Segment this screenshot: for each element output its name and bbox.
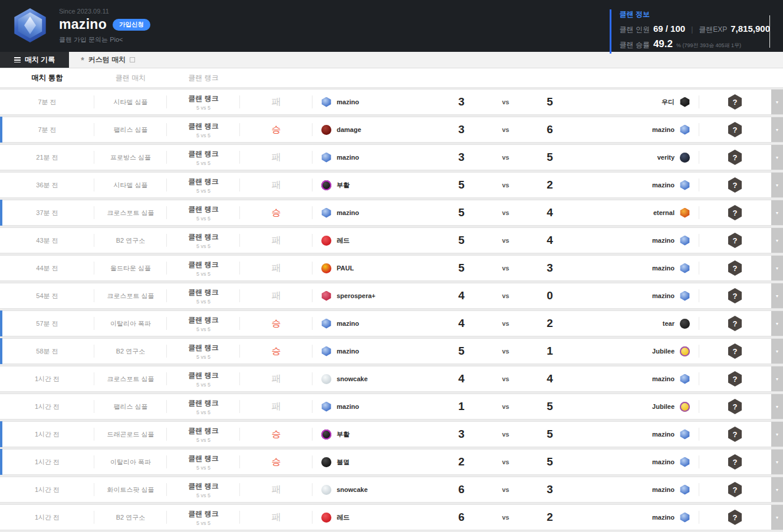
expand-button[interactable]: ▼ xyxy=(771,394,783,419)
match-row[interactable]: 1시간 전 크로스포트 심플 클랜 랭크 5 vs 5 패 snowcake 4… xyxy=(0,366,783,392)
expand-button[interactable]: ▼ xyxy=(771,228,783,253)
match-row[interactable]: 21분 전 프로방스 심플 클랜 랭크 5 vs 5 패 mazino 3 vs… xyxy=(0,144,783,170)
match-result: 패 xyxy=(240,145,312,170)
match-map: 프로방스 심플 xyxy=(94,145,167,170)
team-right: mazino xyxy=(572,117,699,142)
match-row[interactable]: 1시간 전 이탈리아 폭파 클랜 랭크 5 vs 5 승 불멸 2 vs 5 m… xyxy=(0,449,783,475)
team-left-icon xyxy=(321,125,331,135)
expand-button[interactable]: ▼ xyxy=(771,505,783,530)
team-left: 레드 xyxy=(312,228,439,253)
match-row[interactable]: 1시간 전 드래곤로드 심플 클랜 랭크 5 vs 5 승 부활 3 vs 5 … xyxy=(0,421,783,447)
winrate-label: 클랜 승률 xyxy=(620,40,650,50)
match-detail-badge[interactable]: ? xyxy=(699,228,771,253)
match-map: 시타델 심플 xyxy=(94,90,167,114)
match-detail-badge[interactable]: ? xyxy=(699,90,771,114)
team-right-icon xyxy=(680,97,690,107)
team-left: mazino xyxy=(312,339,439,364)
match-row[interactable]: 54분 전 크로스포트 심플 클랜 랭크 5 vs 5 패 sperospera… xyxy=(0,283,783,309)
match-mode: 클랜 랭크 5 vs 5 xyxy=(167,366,240,391)
match-row[interactable]: 1시간 전 팰리스 심플 클랜 랭크 5 vs 5 패 mazino 1 vs … xyxy=(0,394,783,419)
expand-button[interactable]: ▼ xyxy=(771,200,783,225)
match-mode: 클랜 랭크 5 vs 5 xyxy=(167,450,240,474)
match-mode-name: 클랜 랭크 xyxy=(188,426,218,436)
chevron-down-icon: ▼ xyxy=(775,211,779,215)
match-detail-badge[interactable]: ? xyxy=(699,394,771,419)
match-result: 패 xyxy=(240,477,312,502)
match-detail-badge[interactable]: ? xyxy=(699,477,771,502)
match-detail-badge[interactable]: ? xyxy=(699,505,771,530)
expand-button[interactable]: ▼ xyxy=(771,477,783,502)
chevron-down-icon: ▼ xyxy=(775,516,779,520)
match-mode-size: 5 vs 5 xyxy=(196,493,210,498)
join-request-badge[interactable]: 가입신청 xyxy=(113,19,150,31)
team-left: 불멸 xyxy=(312,450,439,474)
question-hexagon-icon: ? xyxy=(728,177,742,193)
team-right: mazino xyxy=(572,228,699,253)
tab-match-history[interactable]: 매치 기록 xyxy=(0,52,69,68)
expand-button[interactable]: ▼ xyxy=(771,173,783,197)
members-label: 클랜 인원 xyxy=(620,25,650,35)
filter-match-all[interactable]: 매치 통합 xyxy=(0,73,94,83)
vs-label: vs xyxy=(483,200,528,225)
match-row[interactable]: 1시간 전 B2 연구소 클랜 랭크 5 vs 5 패 레드 6 vs 2 ma… xyxy=(0,504,783,530)
match-detail-badge[interactable]: ? xyxy=(699,117,771,142)
expand-button[interactable]: ▼ xyxy=(771,450,783,474)
match-row[interactable]: 58분 전 B2 연구소 클랜 랭크 5 vs 5 승 mazino 5 vs … xyxy=(0,338,783,364)
match-detail-badge[interactable]: ? xyxy=(699,311,771,336)
expand-button[interactable]: ▼ xyxy=(771,311,783,336)
filter-clan-match[interactable]: 클랜 매치 xyxy=(94,73,167,83)
expand-button[interactable]: ▼ xyxy=(771,283,783,308)
expand-button[interactable]: ▼ xyxy=(771,366,783,391)
match-result: 승 xyxy=(240,117,312,142)
winrate-value: 49.2 xyxy=(653,38,673,50)
match-detail-badge[interactable]: ? xyxy=(699,145,771,170)
match-row[interactable]: 1시간 전 화이트스팟 심플 클랜 랭크 5 vs 5 패 snowcake 6… xyxy=(0,477,783,503)
filter-clan-rank[interactable]: 클랜 랭크 xyxy=(167,73,240,83)
expand-button[interactable]: ▼ xyxy=(771,145,783,170)
team-right: mazino xyxy=(572,450,699,474)
match-row[interactable]: 37분 전 크로스포트 심플 클랜 랭크 5 vs 5 승 mazino 5 v… xyxy=(0,200,783,226)
match-mode-size: 5 vs 5 xyxy=(196,326,210,332)
match-result: 패 xyxy=(240,90,312,114)
expand-button[interactable]: ▼ xyxy=(771,117,783,142)
vs-label: vs xyxy=(483,311,528,336)
expand-button[interactable]: ▼ xyxy=(771,339,783,364)
chevron-down-icon: ▼ xyxy=(775,432,779,437)
match-detail-badge[interactable]: ? xyxy=(699,366,771,391)
tab-custom-match[interactable]: * 커스텀 매치 xyxy=(69,52,147,68)
match-row[interactable]: 36분 전 시타델 심플 클랜 랭크 5 vs 5 패 부활 5 vs 2 ma… xyxy=(0,172,783,198)
clan-subtitle: 클랜 가입 문의는 Pio< xyxy=(59,35,150,44)
match-result: 패 xyxy=(240,173,312,197)
match-mode: 클랜 랭크 5 vs 5 xyxy=(167,256,240,280)
match-detail-badge[interactable]: ? xyxy=(699,256,771,280)
match-map: 크로스포트 심플 xyxy=(94,200,167,225)
team-left: mazino xyxy=(312,311,439,336)
score-right: 3 xyxy=(528,477,572,502)
match-row[interactable]: 43분 전 B2 연구소 클랜 랭크 5 vs 5 패 레드 5 vs 4 ma… xyxy=(0,227,783,253)
clan-name: mazino xyxy=(59,16,107,32)
match-mode-size: 5 vs 5 xyxy=(196,188,210,194)
vs-label: vs xyxy=(483,477,528,502)
match-row[interactable]: 7분 전 팰리스 심플 클랜 랭크 5 vs 5 승 damage 3 vs 6… xyxy=(0,117,783,143)
match-row[interactable]: 44분 전 올드타운 심플 클랜 랭크 5 vs 5 패 PAUL 5 vs 3… xyxy=(0,255,783,281)
expand-button[interactable]: ▼ xyxy=(771,90,783,114)
chevron-down-icon: ▼ xyxy=(775,239,779,243)
expand-button[interactable]: ▼ xyxy=(771,256,783,280)
match-row[interactable]: 7분 전 시타델 심플 클랜 랭크 5 vs 5 패 mazino 3 vs 5… xyxy=(0,89,783,115)
vs-label: vs xyxy=(483,283,528,308)
match-row[interactable]: 57분 전 이탈리아 폭파 클랜 랭크 5 vs 5 승 mazino 4 vs… xyxy=(0,310,783,336)
team-left-name: snowcake xyxy=(337,375,368,382)
match-map: 시타델 심플 xyxy=(94,173,167,197)
match-detail-badge[interactable]: ? xyxy=(699,200,771,225)
question-hexagon-icon: ? xyxy=(728,510,742,525)
expand-button[interactable]: ▼ xyxy=(771,422,783,447)
match-detail-badge[interactable]: ? xyxy=(699,422,771,447)
match-detail-badge[interactable]: ? xyxy=(699,283,771,308)
team-right-name: mazino xyxy=(652,126,675,133)
team-left-icon xyxy=(321,319,331,329)
match-rows: 7분 전 시타델 심플 클랜 랭크 5 vs 5 패 mazino 3 vs 5… xyxy=(0,88,783,530)
match-mode-name: 클랜 랭크 xyxy=(188,121,218,131)
match-detail-badge[interactable]: ? xyxy=(699,339,771,364)
match-detail-badge[interactable]: ? xyxy=(699,450,771,474)
match-detail-badge[interactable]: ? xyxy=(699,173,771,197)
